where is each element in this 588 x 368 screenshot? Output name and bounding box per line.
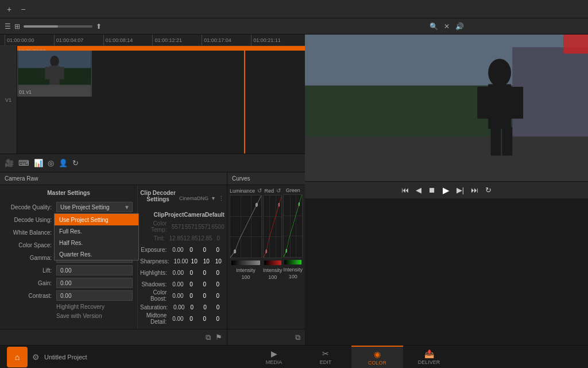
red-curve-graph[interactable]: [263, 195, 283, 258]
bottom-nav-left: ⌂ ⚙ Untitled Project: [0, 347, 115, 367]
saturation-camera[interactable]: 0: [199, 304, 212, 310]
midtone-detail-clip[interactable]: 0.00: [171, 316, 184, 322]
tab-deliver[interactable]: 📤 DELIVER: [403, 346, 455, 369]
waveform-icon[interactable]: ⌨: [18, 159, 29, 167]
bottom-nav: ⌂ ⚙ Untitled Project ▶ MEDIA ✂ EDIT ◉ CO…: [0, 345, 588, 368]
lift-value[interactable]: 0.00: [56, 265, 133, 275]
curves-panel-bottom: ⧉: [227, 329, 305, 345]
highlights-project[interactable]: 0: [185, 270, 198, 276]
timeline-toolbar: ☰ ⊞ ⬆: [0, 18, 305, 34]
panel-action-copy[interactable]: ⧉: [206, 333, 211, 342]
playhead[interactable]: [244, 46, 245, 154]
clip-thumbnail[interactable]: 01 v1: [17, 51, 92, 97]
tab-color[interactable]: ◉ COLOR: [351, 346, 403, 369]
save-with-version-link[interactable]: Save with Version: [2, 311, 135, 320]
saturation-default[interactable]: 0: [211, 304, 225, 310]
color-boost-clip[interactable]: 0.00: [171, 293, 184, 299]
sharpness-project[interactable]: 10: [188, 258, 200, 264]
color-tab-icon: ◉: [374, 350, 381, 359]
skip-forward-btn[interactable]: ⏭: [471, 186, 478, 194]
dropdown-item-0[interactable]: Use Project Setting: [55, 214, 138, 225]
tab-edit[interactable]: ✂ EDIT: [300, 346, 351, 369]
luminance-curve-graph[interactable]: [230, 195, 262, 258]
exposure-camera[interactable]: 0: [198, 247, 211, 253]
play-btn[interactable]: ▶: [443, 185, 450, 195]
bottom-nav-tabs: ▶ MEDIA ✂ EDIT ◉ COLOR 📤 DELIVER: [115, 346, 588, 369]
histogram-icon[interactable]: 📊: [34, 159, 43, 167]
color-space-label: Color Space:: [5, 242, 56, 248]
timeline-list-icon[interactable]: ☰: [5, 22, 11, 30]
dropdown-item-1[interactable]: Full Res.: [55, 225, 138, 237]
midtone-detail-project[interactable]: 0: [184, 316, 198, 322]
vectorscope-icon[interactable]: ◎: [48, 159, 54, 167]
panel-action-flag[interactable]: ⚑: [215, 333, 222, 342]
step-back-btn[interactable]: ◀: [416, 186, 421, 194]
highlights-camera[interactable]: 0: [198, 270, 211, 276]
green-curve-graph[interactable]: [283, 194, 303, 258]
decoder-col-camera: Camera: [184, 212, 205, 218]
cinemadng-label: CinemaDNG: [179, 195, 208, 201]
step-forward-btn[interactable]: ▶|: [457, 186, 464, 194]
home-button[interactable]: ⌂: [7, 347, 28, 367]
stop-btn[interactable]: ⏹: [428, 186, 436, 194]
highlights-clip[interactable]: 0.00: [172, 270, 185, 276]
playback-controls: ⏮ ◀ ⏹ ▶ ▶| ⏭ ↻: [305, 181, 588, 198]
transform-tool[interactable]: ✕: [444, 22, 450, 30]
exposure-project[interactable]: 0: [184, 247, 198, 253]
curves-action-1[interactable]: ⧉: [295, 333, 300, 342]
decode-quality-value[interactable]: Use Project Setting ▼: [56, 202, 133, 212]
eyedropper-tool[interactable]: 🔍: [430, 22, 438, 30]
contrast-value[interactable]: 0.00: [56, 290, 133, 301]
color-boost-project[interactable]: 0: [184, 293, 198, 299]
parade-icon[interactable]: 👤: [59, 159, 68, 167]
camera-raw-icon[interactable]: 🎥: [5, 159, 14, 167]
media-tab-icon: ▶: [271, 349, 277, 358]
saturation-clip[interactable]: 0.00: [172, 304, 185, 310]
color-boost-camera[interactable]: 0: [198, 293, 211, 299]
video-preview: [305, 34, 588, 181]
add-button[interactable]: +: [5, 3, 14, 15]
lut-icon[interactable]: ↻: [72, 159, 79, 167]
shadows-camera[interactable]: 0: [198, 281, 211, 288]
highlights-default[interactable]: 0: [211, 270, 225, 276]
midtone-detail-camera[interactable]: 0: [198, 316, 211, 322]
shadows-clip[interactable]: 0.00: [171, 281, 184, 288]
settings-button[interactable]: ⚙: [32, 352, 40, 362]
loop-btn[interactable]: ↻: [485, 186, 492, 194]
red-reset-icon[interactable]: ↺: [276, 187, 281, 194]
cinemadng-arrow[interactable]: ▼: [211, 195, 216, 201]
luminance-curve-svg: [230, 195, 261, 258]
curve-channel-luminance: Luminance ↺: [230, 187, 262, 327]
shadows-project[interactable]: 0: [184, 281, 198, 288]
luminance-reset-icon[interactable]: ↺: [257, 187, 262, 194]
timeline-scrubber[interactable]: [24, 25, 92, 28]
saturation-project[interactable]: 0: [185, 304, 199, 310]
sharpness-default[interactable]: 10: [212, 258, 225, 264]
timeline-upload-icon[interactable]: ⬆: [96, 22, 102, 30]
sharpness-camera[interactable]: 10: [200, 258, 212, 264]
color-boost-default[interactable]: 0: [211, 293, 225, 299]
decoder-row-saturation: Saturation: 0.00 0 0 0: [140, 301, 225, 313]
gain-value[interactable]: 0.00: [56, 278, 133, 288]
camera-raw-content: Master Settings Decode Quality: Use Proj…: [0, 185, 227, 329]
shadows-default[interactable]: 0: [211, 281, 225, 288]
midtone-detail-default[interactable]: 0: [211, 316, 225, 322]
sharpness-clip[interactable]: 10.00: [174, 258, 188, 264]
highlight-recovery-link[interactable]: Highlight Recovery: [2, 302, 135, 311]
skip-back-btn[interactable]: ⏮: [401, 186, 409, 194]
dropdown-item-2[interactable]: Half Res.: [55, 237, 138, 248]
master-settings-header: Master Settings: [2, 190, 135, 196]
track-content[interactable]: 12:36:27:00: [17, 46, 305, 154]
exposure-default[interactable]: 0: [211, 247, 225, 253]
decoder-menu-btn[interactable]: ⋮: [218, 195, 225, 202]
dropdown-item-3[interactable]: Quarter Res.: [55, 248, 138, 260]
exposure-clip[interactable]: 0.00: [171, 247, 184, 253]
tab-media[interactable]: ▶ MEDIA: [248, 346, 300, 369]
svg-rect-24: [491, 127, 501, 156]
gain-row: Gain: 0.00: [2, 277, 135, 289]
minus-button[interactable]: −: [18, 3, 28, 15]
timeline-grid-icon[interactable]: ⊞: [14, 22, 20, 30]
decoder-header: Clip Project Camera Default: [140, 209, 225, 220]
decode-quality-dropdown[interactable]: Use Project Setting Full Res. Half Res. …: [54, 213, 139, 260]
audio-tool[interactable]: 🔊: [455, 22, 464, 30]
